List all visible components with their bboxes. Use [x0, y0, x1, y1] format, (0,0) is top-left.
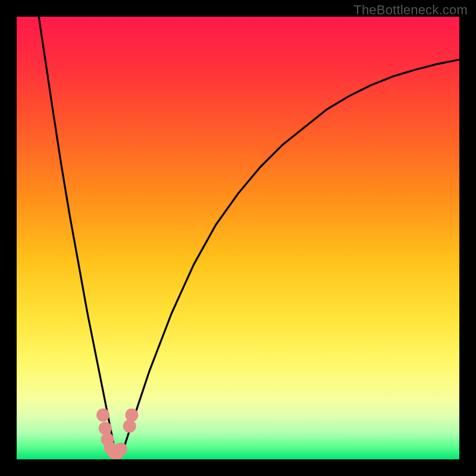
marker-dot: [96, 409, 109, 422]
chart-svg: [0, 0, 476, 476]
marker-dot: [99, 422, 112, 435]
watermark-text: TheBottleneck.com: [353, 2, 468, 18]
marker-dot: [125, 409, 138, 422]
marker-dot: [123, 419, 136, 433]
marker-dot: [114, 443, 127, 456]
plot-background: [17, 17, 459, 459]
chart-frame: TheBottleneck.com: [0, 0, 476, 476]
